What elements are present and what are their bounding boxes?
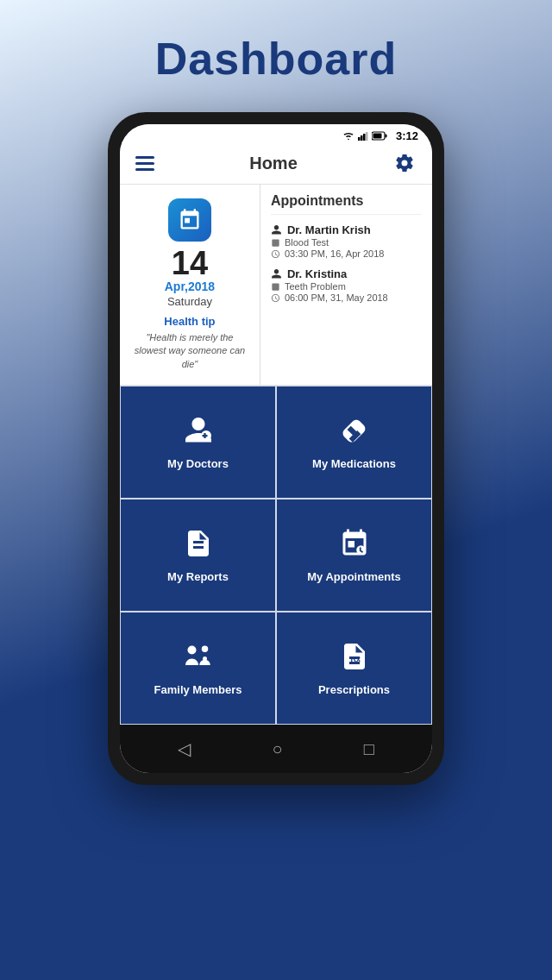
prescriptions-grid-icon: Rx [339, 641, 370, 676]
svg-rect-1 [361, 135, 363, 141]
procedure-icon-1 [271, 238, 280, 248]
svg-point-11 [203, 656, 207, 661]
family-members-button[interactable]: Family Members [120, 612, 276, 725]
recents-button[interactable]: □ [354, 736, 385, 763]
calendar-date: 14 [172, 247, 208, 280]
status-time: 3:12 [396, 129, 418, 142]
my-doctors-label: My Doctors [167, 457, 229, 470]
top-bar: Home [120, 144, 432, 185]
page-title: Dashboard [0, 33, 552, 85]
svg-rect-6 [373, 134, 381, 139]
topbar-title: Home [249, 154, 298, 173]
appointments-widget: Appointments Dr. Martin Krish Blood Test [260, 185, 432, 385]
svg-rect-5 [385, 135, 386, 138]
svg-rect-0 [358, 137, 361, 141]
svg-point-10 [201, 645, 208, 652]
appointment-time-2: 06:00 PM, 31, May 2018 [271, 292, 422, 303]
my-medications-label: My Medications [312, 457, 396, 470]
calendar-month: Apr,2018 [165, 280, 215, 293]
health-tip-text: "Health is merely the slowest way someon… [130, 331, 249, 371]
appointment-procedure-2: Teeth Problem [271, 281, 422, 292]
home-button[interactable]: ○ [261, 736, 292, 763]
back-button[interactable]: ◁ [167, 735, 201, 763]
appointment-doctor-2: Dr. Kristina [271, 267, 422, 280]
appointments-title: Appointments [271, 193, 422, 215]
my-reports-button[interactable]: My Reports [120, 499, 276, 612]
wifi-icon [342, 131, 354, 141]
calendar-widget: 14 Apr,2018 Saturday Health tip "Health … [120, 185, 260, 385]
doctor-icon-1 [271, 224, 282, 236]
doctor-icon-2 [271, 268, 282, 280]
my-appointments-button[interactable]: My Appointments [276, 499, 432, 612]
appointment-procedure-1: Blood Test [271, 237, 422, 248]
appointment-doctor-1: Dr. Martin Krish [271, 223, 422, 236]
battery-icon [372, 131, 387, 141]
medications-grid-icon [339, 415, 370, 450]
svg-rect-3 [366, 132, 368, 141]
settings-button[interactable] [392, 151, 417, 175]
appointment-time-1: 03:30 PM, 16, Apr 2018 [271, 248, 422, 259]
svg-rect-2 [363, 134, 366, 141]
info-section: 14 Apr,2018 Saturday Health tip "Health … [120, 185, 432, 386]
reports-grid-icon [183, 528, 214, 563]
my-appointments-label: My Appointments [307, 570, 401, 583]
prescriptions-label: Prescriptions [318, 683, 390, 696]
status-bar: 3:12 [120, 124, 432, 144]
procedure-icon-2 [271, 282, 280, 292]
signal-icon [358, 131, 368, 141]
doctor-grid-icon [183, 415, 214, 450]
appointment-item-2[interactable]: Dr. Kristina Teeth Problem 06:00 PM, 31,… [271, 267, 422, 303]
dashboard-grid: My Doctors My Medications [120, 386, 432, 725]
my-medications-button[interactable]: My Medications [276, 386, 432, 499]
health-tip-label: Health tip [164, 315, 215, 328]
my-reports-label: My Reports [167, 570, 229, 583]
appointment-item-1[interactable]: Dr. Martin Krish Blood Test 03:30 PM, 16… [271, 223, 422, 259]
clock-icon-2 [271, 293, 280, 303]
svg-text:Rx: Rx [350, 655, 361, 663]
prescriptions-button[interactable]: Rx Prescriptions [276, 612, 432, 725]
my-doctors-button[interactable]: My Doctors [120, 386, 276, 499]
bottom-nav: ◁ ○ □ [120, 725, 432, 773]
menu-button[interactable] [135, 156, 154, 171]
clock-icon-1 [271, 249, 280, 259]
svg-point-9 [187, 645, 196, 654]
calendar-icon [168, 198, 211, 242]
family-grid-icon [181, 641, 216, 676]
appointments-grid-icon [339, 528, 370, 563]
phone-shell: 3:12 Home 14 [108, 112, 444, 785]
family-members-label: Family Members [154, 683, 242, 696]
calendar-day: Saturday [167, 295, 212, 308]
status-icons [342, 131, 387, 141]
